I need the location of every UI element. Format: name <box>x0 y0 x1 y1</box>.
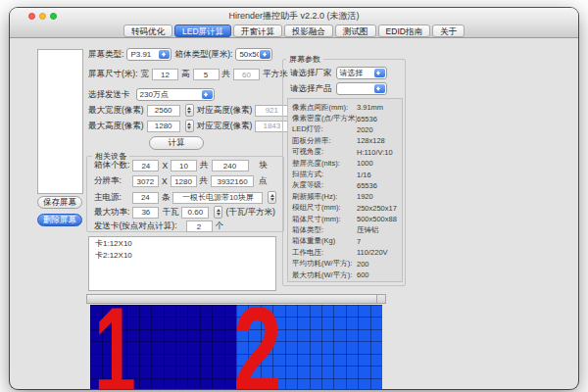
cabinet-count-label: 箱体个数: <box>94 160 129 172</box>
cabinet-unit-label: 块 <box>260 160 269 172</box>
screen-size-label: 屏幕尺寸(米): <box>88 69 138 80</box>
combo-arrows-icon <box>374 69 385 77</box>
vendor-label: 请选择厂家 <box>290 68 332 79</box>
preview-scrollbar[interactable] <box>86 294 386 304</box>
res-unit-label: 点 <box>259 175 268 187</box>
max-power-field: 36 <box>132 207 159 219</box>
max-width-input[interactable]: 2560 <box>147 105 180 117</box>
cabinet-total-label: 共 <box>200 160 209 172</box>
times-label: X <box>162 161 168 171</box>
combo-arrows-icon <box>374 84 385 93</box>
main-power-label: 主电源: <box>94 192 122 204</box>
power-unit-label: 条 <box>162 192 171 204</box>
resolution-label: 分辨率: <box>94 175 122 187</box>
window-chrome: Hirender播控助手 v2.2.0 (未激活) 转码优化 LED屏计算 开窗… <box>10 8 578 38</box>
screen-params-label: 屏幕参数 <box>286 54 323 65</box>
param-row: 可视角度:H:110/V:10 <box>292 147 402 158</box>
vendor-select[interactable]: 请选择 <box>336 67 387 79</box>
cabinet-type-value: 50x50 <box>236 49 259 60</box>
screen-type-label: 屏幕类型: <box>88 49 123 61</box>
sender-card-label: 选择发送卡 <box>88 89 130 101</box>
sender-count-field: 2 <box>186 220 213 232</box>
screen-params-readout: 像素点间距(mm):3.91mm 像素密度(点/平方米):65536 LED灯管… <box>287 98 403 282</box>
sender-card-select[interactable]: 230万点 <box>136 88 215 101</box>
param-row: 整屏亮度(nits):1000 <box>292 158 402 169</box>
scrollbar-end-cap <box>376 295 385 303</box>
kw-per-sqm-label: (千瓦/平方米) <box>225 207 275 219</box>
list-item[interactable]: 卡1:12X10 <box>89 237 275 249</box>
cabinet-type-label: 箱体类型(厘米): <box>174 49 232 61</box>
combo-arrows-icon <box>159 50 170 59</box>
titlebar[interactable]: Hirender播控助手 v2.2.0 (未激活) <box>10 8 578 24</box>
kw-label: 千瓦 <box>162 207 178 219</box>
max-power-label: 最大功率: <box>94 207 129 219</box>
delete-screen-button[interactable]: 删除屏幕 <box>37 214 82 226</box>
param-row: 扫描方式:1/16 <box>292 169 402 179</box>
stepper-icon[interactable] <box>268 191 276 204</box>
product-label: 请选择产品 <box>290 83 332 95</box>
combo-arrows-icon <box>202 90 213 99</box>
param-row: 平均功耗(W/平方):200 <box>292 258 402 269</box>
product-select[interactable] <box>336 82 387 95</box>
cabinet-y-field[interactable]: 10 <box>171 160 197 172</box>
tab-transcode[interactable]: 转码优化 <box>123 24 172 37</box>
tab-bar: 转码优化 LED屏计算 开窗计算 投影融合 测试图 EDID指南 关于 <box>10 24 578 38</box>
param-row: 像素点间距(mm):3.91mm <box>292 102 402 113</box>
res-x-field: 3072 <box>132 175 159 187</box>
combo-arrows-icon <box>260 50 270 59</box>
stepper-icon[interactable] <box>185 104 194 117</box>
card1-number: 1 <box>94 305 136 389</box>
max-height-label: 最大高度(像素) <box>88 121 144 132</box>
width-label: 宽 <box>141 69 150 80</box>
param-row: 灰度等级:65536 <box>292 180 402 191</box>
tab-edid-guide[interactable]: EDID指南 <box>378 24 430 37</box>
cabinet-type-select[interactable]: 50x50 <box>235 48 272 61</box>
power-density-field[interactable]: 0.60 <box>181 207 209 219</box>
param-row: 箱体重量(Kg)7 <box>292 236 402 247</box>
minimize-window-icon[interactable] <box>39 13 46 20</box>
stepper-icon[interactable] <box>185 120 194 132</box>
product-value <box>337 83 373 94</box>
power-count-field: 24 <box>132 192 159 204</box>
window-title: Hirender播控助手 v2.2.0 (未激活) <box>10 8 578 24</box>
power-mode-field[interactable]: 一根长电源带10块屏 <box>172 192 263 204</box>
tab-about[interactable]: 关于 <box>432 24 465 37</box>
zoom-window-icon[interactable] <box>50 13 57 20</box>
res-total-field: 3932160 <box>211 175 254 187</box>
sender-cards-listbox[interactable]: 卡1:12X10 卡2:12X10 <box>88 236 276 291</box>
res-total-label: 共 <box>200 175 209 187</box>
calculate-button[interactable]: 计算 <box>149 136 204 150</box>
corr-width-label: 对应宽度(像素) <box>197 121 253 132</box>
led-preview-panel: 1 2 <box>90 305 382 389</box>
param-row: LED灯管:2020 <box>292 124 402 135</box>
height-input[interactable]: 5 <box>193 69 220 80</box>
area-field: 60 <box>233 69 260 80</box>
param-row: 最大功耗(W/平方):600 <box>292 270 402 280</box>
card2-number: 2 <box>233 305 282 389</box>
save-screen-button[interactable]: 保存屏幕 <box>37 196 82 209</box>
tab-projection-fusion[interactable]: 投影融合 <box>284 24 333 37</box>
list-item[interactable]: 卡2:12X10 <box>89 249 275 261</box>
height-label: 高 <box>181 69 190 80</box>
cabinet-x-field[interactable]: 24 <box>132 160 159 172</box>
screen-type-select[interactable]: P3.91 <box>126 48 172 61</box>
app-window: Hirender播控助手 v2.2.0 (未激活) 转码优化 LED屏计算 开窗… <box>10 8 578 389</box>
sender-card-value: 230万点 <box>137 89 201 100</box>
stepper-icon[interactable] <box>214 206 222 219</box>
screen-type-value: P3.91 <box>127 49 158 60</box>
param-row: 刷新频率(Hz):1920 <box>292 191 402 202</box>
sender-unit-label: 个 <box>216 220 224 232</box>
param-row: 面板分辨率:128x128 <box>292 135 402 146</box>
param-row: 箱体尺寸(mm):500x500x88 <box>292 214 402 224</box>
tab-led-calc[interactable]: LED屏计算 <box>174 24 231 37</box>
max-height-input[interactable]: 1280 <box>147 121 180 132</box>
width-input[interactable]: 12 <box>152 69 178 80</box>
close-window-icon[interactable] <box>28 13 35 20</box>
area-total-label: 共 <box>222 69 231 80</box>
tab-open-window-calc[interactable]: 开窗计算 <box>233 24 282 37</box>
param-row: 箱体类型:压铸铝 <box>292 224 402 235</box>
param-row: 像素密度(点/平方米):65536 <box>292 113 402 123</box>
res-y-field: 1280 <box>171 175 197 187</box>
saved-screens-listbox[interactable] <box>37 49 83 194</box>
tab-test-pattern[interactable]: 测试图 <box>335 24 376 37</box>
